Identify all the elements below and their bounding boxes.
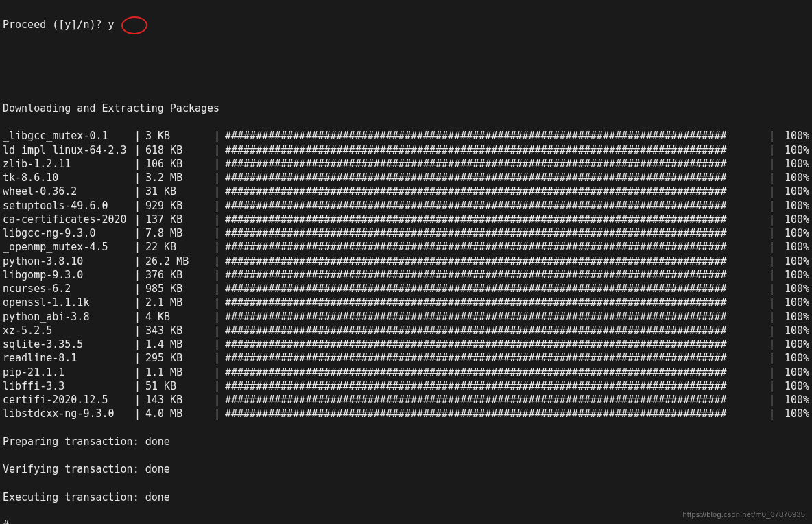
package-row: openssl-1.1.1k| 2.1 MB| ################… — [3, 296, 809, 309]
progress-bar: ########################################… — [225, 143, 761, 157]
package-row: pip-21.1.1| 1.1 MB| ####################… — [3, 366, 809, 379]
package-name: libstdcxx-ng-9.3.0 — [3, 407, 134, 420]
progress-bar: ########################################… — [225, 268, 761, 282]
blank-line — [3, 73, 809, 87]
package-size: 143 KB — [145, 393, 214, 407]
package-size: 3 KB — [145, 129, 214, 143]
package-name: ld_impl_linux-64-2.3 — [3, 143, 134, 157]
terminal-output[interactable]: Proceed ([y]/n)? y Downloading and Extra… — [0, 0, 812, 524]
separator: | — [214, 240, 225, 254]
package-name: libgomp-9.3.0 — [3, 268, 134, 282]
package-row: xz-5.2.5| 343 KB| ######################… — [3, 324, 809, 337]
package-row: _libgcc_mutex-0.1| 3 KB| ###############… — [3, 129, 809, 143]
separator: | — [134, 171, 145, 184]
progress-bar: ########################################… — [225, 324, 761, 337]
package-size: 343 KB — [145, 324, 214, 337]
separator: | — [761, 157, 778, 171]
package-row: python_abi-3.8| 4 KB| ##################… — [3, 310, 809, 324]
status-verifying: Verifying transaction: done — [3, 462, 809, 476]
separator: | — [214, 351, 225, 365]
progress-bar: ########################################… — [225, 226, 761, 240]
package-name: _libgcc_mutex-0.1 — [3, 129, 134, 143]
package-name: libgcc-ng-9.3.0 — [3, 226, 134, 240]
percent-complete: 100% — [778, 310, 809, 324]
separator: | — [761, 351, 778, 365]
package-row: libgomp-9.3.0| 376 KB| #################… — [3, 268, 809, 282]
package-row: certifi-2020.12.5| 143 KB| #############… — [3, 393, 809, 407]
separator: | — [214, 129, 225, 143]
percent-complete: 100% — [778, 129, 809, 143]
separator: | — [214, 407, 225, 420]
package-size: 7.8 MB — [145, 226, 214, 240]
progress-bar: ########################################… — [225, 171, 761, 184]
separator: | — [214, 226, 225, 240]
progress-bar: ########################################… — [225, 129, 761, 143]
separator: | — [761, 282, 778, 296]
separator: | — [134, 366, 145, 379]
percent-complete: 100% — [778, 351, 809, 365]
percent-complete: 100% — [778, 379, 809, 393]
separator: | — [761, 268, 778, 282]
separator: | — [134, 184, 145, 198]
percent-complete: 100% — [778, 143, 809, 157]
separator: | — [134, 393, 145, 407]
progress-bar: ########################################… — [225, 407, 761, 420]
package-row: zlib-1.2.11| 106 KB| ###################… — [3, 157, 809, 171]
separator: | — [214, 184, 225, 198]
separator: | — [214, 282, 225, 296]
progress-bar: ########################################… — [225, 254, 761, 268]
separator: | — [214, 254, 225, 268]
separator: | — [761, 324, 778, 337]
package-name: ca-certificates-2020 — [3, 213, 134, 226]
separator: | — [214, 213, 225, 226]
separator: | — [214, 157, 225, 171]
separator: | — [134, 407, 145, 420]
watermark: https://blog.csdn.net/m0_37876935 — [683, 510, 805, 520]
package-name: wheel-0.36.2 — [3, 184, 134, 198]
percent-complete: 100% — [778, 157, 809, 171]
separator: | — [214, 310, 225, 324]
package-name: xz-5.2.5 — [3, 324, 134, 337]
separator: | — [134, 254, 145, 268]
package-size: 985 KB — [145, 282, 214, 296]
separator: | — [134, 282, 145, 296]
percent-complete: 100% — [778, 296, 809, 309]
percent-complete: 100% — [778, 393, 809, 407]
percent-complete: 100% — [778, 268, 809, 282]
percent-complete: 100% — [778, 226, 809, 240]
package-name: libffi-3.3 — [3, 379, 134, 393]
status-executing: Executing transaction: done — [3, 490, 809, 504]
separator: | — [761, 143, 778, 157]
package-size: 376 KB — [145, 268, 214, 282]
percent-complete: 100% — [778, 324, 809, 337]
package-row: libgcc-ng-9.3.0| 7.8 MB| ###############… — [3, 226, 809, 240]
separator: | — [214, 268, 225, 282]
separator: | — [761, 240, 778, 254]
percent-complete: 100% — [778, 213, 809, 226]
separator: | — [761, 129, 778, 143]
separator: | — [134, 213, 145, 226]
package-name: python_abi-3.8 — [3, 310, 134, 324]
progress-bar: ########################################… — [225, 157, 761, 171]
separator: | — [134, 129, 145, 143]
percent-complete: 100% — [778, 171, 809, 184]
package-row: sqlite-3.35.5| 1.4 MB| #################… — [3, 337, 809, 351]
package-size: 1.1 MB — [145, 366, 214, 379]
separator: | — [134, 199, 145, 213]
package-row: ncurses-6.2| 985 KB| ###################… — [3, 282, 809, 296]
package-size: 51 KB — [145, 379, 214, 393]
separator: | — [214, 337, 225, 351]
separator: | — [761, 171, 778, 184]
separator: | — [214, 379, 225, 393]
package-size: 137 KB — [145, 213, 214, 226]
package-row: wheel-0.36.2| 31 KB| ###################… — [3, 184, 809, 198]
package-size: 1.4 MB — [145, 337, 214, 351]
package-size: 929 KB — [145, 199, 214, 213]
percent-complete: 100% — [778, 407, 809, 420]
percent-complete: 100% — [778, 366, 809, 379]
separator: | — [134, 268, 145, 282]
separator: | — [214, 393, 225, 407]
separator: | — [761, 184, 778, 198]
separator: | — [214, 296, 225, 309]
separator: | — [134, 337, 145, 351]
